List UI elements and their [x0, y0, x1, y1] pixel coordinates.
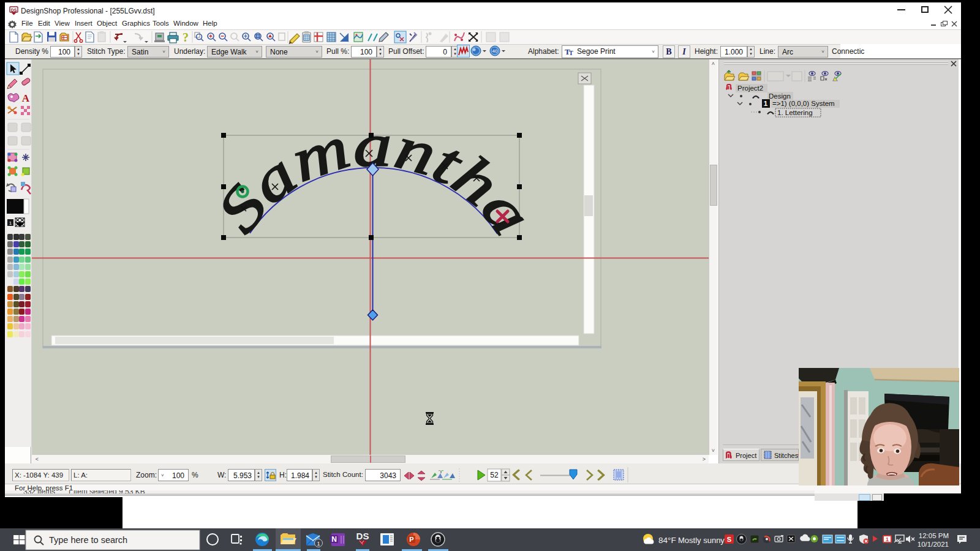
svg-text:Type here to search: Type here to search [49, 535, 127, 545]
svg-text:DS: DS [356, 531, 369, 541]
svg-text:=>1) (0,0,0) System: =>1) (0,0,0) System [772, 100, 835, 107]
svg-text:40: 40 [492, 48, 498, 54]
svg-text:Design: Design [769, 92, 791, 100]
svg-text:1: 1 [764, 100, 768, 107]
svg-text:DS: DS [11, 8, 17, 12]
svg-text:12:05 PM: 12:05 PM [919, 532, 949, 539]
svg-text:S: S [727, 536, 731, 543]
svg-text:84°F: 84°F [658, 536, 676, 545]
svg-text:52: 52 [490, 471, 499, 479]
svg-text:N: N [331, 535, 337, 544]
svg-text:T: T [569, 50, 573, 56]
svg-text:1: 1 [9, 220, 12, 226]
svg-text:Samantha: Samantha [203, 111, 546, 247]
svg-text:1. Lettering: 1. Lettering [777, 109, 813, 116]
svg-text:10/1/2021: 10/1/2021 [918, 541, 949, 548]
svg-text:P: P [409, 536, 413, 543]
svg-text:1: 1 [317, 541, 320, 547]
svg-text:I: I [682, 47, 686, 56]
svg-text:A: A [22, 92, 30, 104]
svg-text:Mostly sunny: Mostly sunny [678, 536, 725, 545]
svg-text:B: B [666, 47, 671, 56]
svg-text:Project2: Project2 [737, 84, 763, 92]
svg-text:?: ? [183, 31, 189, 44]
svg-text:1: 1 [886, 536, 889, 542]
